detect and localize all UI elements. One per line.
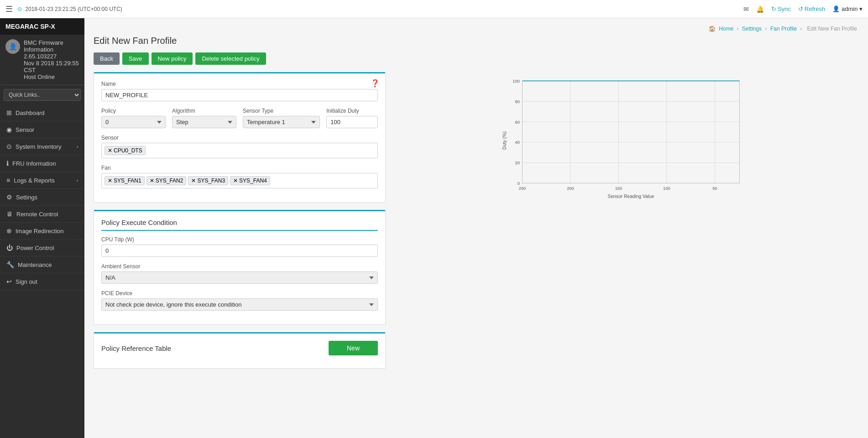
sidebar-item-remote-control[interactable]: 🖥 Remote Control [0, 206, 84, 223]
nav-label: Maintenance [18, 261, 52, 268]
breadcrumb-sep2: › [765, 26, 769, 32]
fw-version: 2.65.103227 [24, 53, 79, 60]
timestamp-text: 2018-01-23 23:21:25 (UTC+00:00 UTC) [25, 6, 122, 12]
sidebar-item-power-control[interactable]: ⏻ Power Control [0, 240, 84, 256]
signout-icon: ↩ [6, 278, 12, 285]
fan-tag-1: ✕ SYS_FAN2 [146, 176, 187, 185]
svg-text:100: 100 [512, 79, 520, 83]
refresh-icon: ↺ [798, 5, 803, 12]
content-area: ❓ Name Policy 0 1 2 [94, 72, 859, 376]
topbar-actions: ✉ 🔔 ↻ Sync ↺ Refresh 👤 admin ▾ [743, 5, 863, 13]
form-section: ❓ Name Policy 0 1 2 [94, 72, 386, 376]
clock-icon: ⊙ [17, 6, 22, 12]
nav-label: Remote Control [16, 211, 58, 218]
save-button[interactable]: Save [122, 52, 149, 65]
tag-close-icon[interactable]: ✕ [233, 177, 238, 184]
sidebar-item-maintenance[interactable]: 🔧 Maintenance [0, 256, 84, 273]
ambient-sensor-select[interactable]: N/A [101, 271, 378, 284]
policy-reference-card: Policy Reference Table New [94, 332, 386, 369]
sidebar-item-dashboard[interactable]: ⊞ Dashboard [0, 104, 84, 121]
sidebar-user-info: 👤 BMC Firmware Information 2.65.103227 N… [0, 35, 84, 85]
sync-button[interactable]: ↻ Sync [771, 5, 791, 12]
sidebar-item-logs[interactable]: ≡ Logs & Reports › [0, 172, 84, 189]
logs-icon: ≡ [6, 177, 10, 184]
chevron-right-icon: › [77, 144, 78, 149]
fan-field-group: Fan ✕ SYS_FAN1 ✕ SYS_FAN2 ✕ [101, 165, 378, 188]
toolbar: Back Save New policy Delete selected pol… [94, 52, 859, 65]
sensor-tag-input[interactable]: ✕ CPU0_DTS [101, 143, 378, 158]
tag-close-icon[interactable]: ✕ [191, 177, 196, 184]
sidebar-item-fru[interactable]: ℹ FRU Information [0, 155, 84, 172]
svg-text:0: 0 [518, 181, 520, 186]
breadcrumb-fan-profile[interactable]: Fan Profile [770, 26, 797, 32]
policy-execute-card: Policy Execute Condition CPU Tdp (W) Amb… [94, 210, 386, 325]
sensor-field-group: Sensor ✕ CPU0_DTS [101, 135, 378, 158]
nav-label: Sign out [16, 278, 37, 285]
help-icon[interactable]: ❓ [371, 79, 380, 88]
page-title: Edit New Fan Profile [94, 36, 859, 46]
policy-execute-title: Policy Execute Condition [101, 219, 378, 231]
policy-select[interactable]: 0 1 2 [101, 116, 166, 128]
name-input[interactable] [101, 89, 378, 101]
tag-close-icon[interactable]: ✕ [108, 147, 112, 154]
policy-label: Policy [101, 108, 166, 114]
sidebar-item-system-inventory[interactable]: ⊙ System Inventory › [0, 138, 84, 155]
algorithm-select[interactable]: Step Linear [172, 116, 236, 128]
quick-links-select[interactable]: Quick Links.. [4, 89, 81, 101]
algorithm-label: Algorithm [172, 108, 236, 114]
sensor-type-col: Sensor Type Temperature 1 Temperature 2 [243, 108, 320, 128]
nav-label: Sensor [16, 126, 34, 133]
y-axis-label: Duty (%) [502, 131, 507, 150]
power-control-icon: ⏻ [6, 244, 13, 251]
nav-label: Logs & Reports [14, 177, 55, 184]
mail-icon[interactable]: ✉ [743, 5, 749, 13]
svg-text:80: 80 [515, 99, 520, 104]
nav-label: Dashboard [16, 110, 45, 116]
fw-date: Nov 8 2018 15:29:55 CST [24, 60, 79, 73]
sidebar-item-sensor[interactable]: ◉ Sensor [0, 121, 84, 138]
svg-text:40: 40 [515, 140, 520, 145]
breadcrumb-home-icon: 🏠 [709, 26, 716, 32]
chevron-right-icon: › [77, 178, 78, 183]
svg-text:200: 200 [567, 186, 574, 191]
policy-row: Policy 0 1 2 Algorithm Step Linear [101, 108, 378, 128]
initialize-duty-input[interactable] [326, 116, 378, 128]
bell-icon[interactable]: 🔔 [756, 5, 764, 13]
initialize-duty-col: Initialize Duty [326, 108, 378, 128]
initialize-duty-label: Initialize Duty [326, 108, 378, 114]
policy-table-title: Policy Reference Table [101, 344, 171, 352]
algorithm-col: Algorithm Step Linear [172, 108, 236, 128]
sidebar-item-image-redirection[interactable]: ⊗ Image Redirection [0, 223, 84, 240]
policy-table-new-button[interactable]: New [329, 341, 378, 355]
new-policy-button[interactable]: New policy [152, 52, 193, 65]
breadcrumb: 🏠 Home › Settings › Fan Profile › Edit N… [94, 26, 859, 32]
pcie-device-select[interactable]: Not check pcie device, ignore this execu… [101, 298, 378, 311]
fan-tag-input[interactable]: ✕ SYS_FAN1 ✕ SYS_FAN2 ✕ SYS_FAN3 [101, 173, 378, 188]
fan-tag-3: ✕ SYS_FAN4 [230, 176, 270, 185]
breadcrumb-home[interactable]: Home [719, 26, 733, 32]
cpu-tdp-input[interactable] [101, 245, 378, 257]
sensor-type-select[interactable]: Temperature 1 Temperature 2 [243, 116, 320, 128]
breadcrumb-settings[interactable]: Settings [742, 26, 762, 32]
back-button[interactable]: Back [94, 52, 120, 65]
tag-close-icon[interactable]: ✕ [150, 177, 154, 184]
nav-label: Settings [16, 194, 37, 201]
fw-info-link[interactable]: BMC Firmware Information [24, 39, 79, 53]
sidebar-item-signout[interactable]: ↩ Sign out [0, 273, 84, 290]
image-redirection-icon: ⊗ [6, 227, 12, 235]
duty-chart: Duty (%) 100 80 60 40 20 0 [399, 77, 850, 204]
avatar: 👤 [5, 39, 20, 54]
user-menu[interactable]: 👤 admin ▾ [832, 5, 863, 12]
menu-hamburger-icon[interactable]: ☰ [5, 4, 13, 14]
svg-text:150: 150 [615, 186, 622, 191]
fan-tag-2: ✕ SYS_FAN3 [188, 176, 228, 185]
pcie-device-group: PCIE Device Not check pcie device, ignor… [101, 290, 378, 311]
user-dropdown-icon: ▾ [859, 5, 863, 12]
layout: MEGARAC SP-X 👤 BMC Firmware Information … [0, 18, 868, 438]
refresh-button[interactable]: ↺ Refresh [798, 5, 826, 12]
delete-policy-button[interactable]: Delete selected policy [195, 52, 266, 65]
sidebar-item-settings[interactable]: ⚙ Settings [0, 189, 84, 206]
tag-close-icon[interactable]: ✕ [108, 177, 112, 184]
user-icon: 👤 [832, 5, 840, 12]
quick-links: Quick Links.. [4, 89, 81, 101]
